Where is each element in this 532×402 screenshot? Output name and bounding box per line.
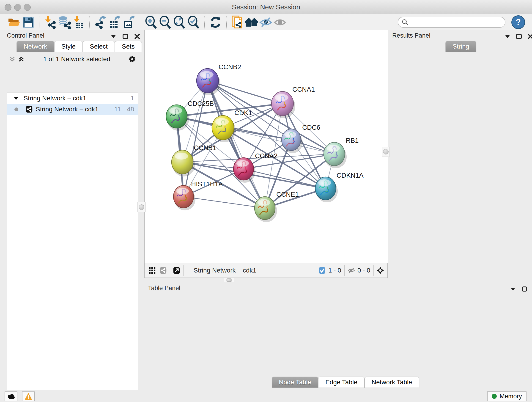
open-session-button[interactable] [7,15,21,29]
table-icon [110,21,118,28]
memory-label: Memory [500,393,522,400]
network-node-count: 11 [114,106,121,113]
zoom-out-button[interactable] [158,15,172,29]
float-panel-icon[interactable] [504,33,511,40]
image-icon [124,21,132,28]
import-network-from-database-button[interactable] [57,15,71,29]
node-RB1[interactable]: RB1 [324,137,359,168]
node-CCNE1[interactable]: CCNE1 [254,191,299,222]
zoom-fit-button[interactable] [172,15,186,29]
vertical-splitter-left[interactable] [138,202,146,212]
collapse-all-networks-icon[interactable] [9,56,16,63]
horizontal-splitter[interactable] [224,278,234,282]
selected-checkbox-icon[interactable] [319,267,326,274]
warnings-button[interactable] [22,391,35,401]
node-label-CDKN1A: CDKN1A [336,172,364,179]
node-label-CCNE1: CCNE1 [276,191,299,198]
network-graph[interactable]: CCNB2CCNA1CDC25BCDK1CDC6RB1CCNB1CCNA2CDK… [145,30,388,263]
toolbar-separator [226,16,227,28]
save-session-button[interactable] [21,15,35,29]
node-CCNA1[interactable]: CCNA1 [272,86,315,118]
fit-selection-crosshair-icon[interactable] [377,267,384,274]
tab-select[interactable]: Select [83,41,115,52]
network-view-toolbar: String Network – cdk1 1 - 0 0 - 0 [144,263,388,278]
export-network-button[interactable] [94,15,108,29]
network-tree: String Network – cdk1 1 String Network –… [7,93,138,402]
memory-status-dot [492,394,497,399]
results-panel-title: Results Panel [392,32,431,39]
network-share-icon [48,21,56,29]
selected-counts: 1 - 0 [328,267,341,274]
network-collection-row[interactable]: String Network – cdk1 1 [7,93,138,104]
zoom-in-button[interactable] [144,15,158,29]
network-canvas[interactable]: CCNB2CCNA1CDC25BCDK1CDC6RB1CCNB1CCNA2CDK… [144,30,388,263]
edge-CCNB2-HIST1H1A[interactable] [184,81,208,197]
show-all-networks-button[interactable] [245,15,259,29]
tab-node-table[interactable]: Node Table [272,377,318,388]
close-panel-icon[interactable] [134,33,141,40]
show-hidden-button[interactable] [273,15,287,29]
birds-eye-view-icon[interactable] [149,267,156,274]
control-panel-title: Control Panel [7,32,44,39]
vertical-splitter-right[interactable] [382,147,389,157]
memory-button[interactable]: Memory [487,391,526,401]
open-in-window-icon[interactable] [173,267,180,274]
new-network-from-selection-button[interactable] [230,15,245,29]
tab-string-results[interactable]: String [445,41,476,52]
tab-network-table[interactable]: Network Table [365,377,419,388]
float-panel-icon[interactable] [510,286,516,293]
title-bar: Session: New Session [0,0,532,14]
tab-style[interactable]: Style [54,41,83,52]
search-input[interactable] [408,18,501,26]
edge-CCNA2-CDKN1A[interactable] [244,169,326,188]
tab-edge-table[interactable]: Edge Table [318,377,365,388]
results-panel: Results Panel String Expand All Collapse… [389,30,532,279]
open-folder-icon [7,16,20,28]
close-panel-icon[interactable] [527,33,532,40]
netbar-separator [374,265,374,276]
maximize-panel-icon[interactable] [515,33,522,40]
maximize-panel-icon[interactable] [122,33,129,40]
node-CDC6[interactable]: CDC6 [282,124,320,153]
string-network-badge-icon [160,267,167,274]
node-label-CCNA1: CCNA1 [292,86,315,93]
collection-expander-icon[interactable] [13,95,19,102]
hide-selected-button[interactable] [259,15,273,29]
network-name: String Network – cdk1 [36,106,99,113]
node-HIST1H1A[interactable]: HIST1H1A [173,180,223,211]
node-CDKN1A[interactable]: CDKN1A [315,172,364,202]
down-arrow-icon [45,16,51,23]
cloud-status-button[interactable] [5,391,17,401]
import-network-from-file-button[interactable] [43,15,57,29]
expand-all-networks-icon[interactable] [18,56,25,63]
export-image-button[interactable] [122,15,136,29]
zoom-selected-button[interactable] [186,15,201,29]
netbar-separator [344,265,345,276]
eye-slash-icon [259,17,273,28]
tab-sets[interactable]: Sets [115,41,142,52]
apply-layout-button[interactable] [209,15,223,29]
maximize-panel-icon[interactable] [521,286,528,293]
export-arrow-icon [100,16,104,21]
cloud-icon [7,393,15,400]
tab-network[interactable]: Network [17,41,54,52]
netbar-separator [183,265,184,276]
network-options-gear-icon[interactable] [129,56,136,63]
node-label-CDC6: CDC6 [302,124,320,131]
edge-CDK1-RB1[interactable] [223,128,334,154]
toolbar-separator [140,16,140,28]
table-panel: Table Panel [144,282,532,390]
edge-HIST1H1A-CCNE1[interactable] [184,197,265,208]
eye-icon [273,17,287,28]
help-button[interactable]: ? [511,15,525,29]
hidden-eye-icon[interactable] [348,267,355,274]
export-table-button[interactable] [108,15,122,29]
node-label-HIST1H1A: HIST1H1A [191,180,223,188]
toolbar-separator [204,16,205,28]
network-row[interactable]: String Network – cdk1 11 48 [7,104,138,115]
down-arrow-icon [74,16,80,22]
node-label-RB1: RB1 [346,137,359,144]
float-panel-icon[interactable] [110,33,117,40]
import-table-from-file-button[interactable] [71,15,86,29]
network-view-title: String Network – cdk1 [194,267,256,274]
